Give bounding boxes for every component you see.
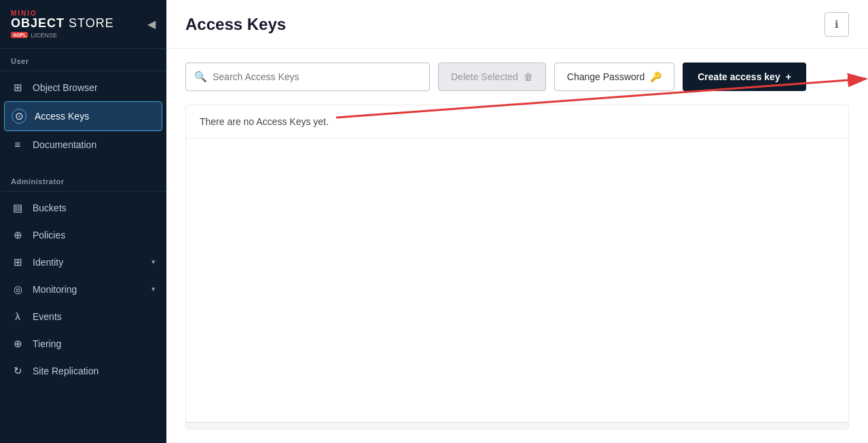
content-area: There are no Access Keys yet. <box>185 105 849 429</box>
search-box: 🔍 <box>185 63 430 91</box>
search-input[interactable] <box>213 71 421 82</box>
sidebar-item-label: Events <box>33 311 62 322</box>
collapse-button[interactable]: ◀ <box>147 18 156 31</box>
product-label: OBJECT STORE <box>11 17 114 31</box>
replication-icon: ↻ <box>11 364 24 378</box>
sidebar-item-label: Site Replication <box>33 366 98 376</box>
buckets-icon: ▤ <box>11 201 24 215</box>
logo-area: MINIO OBJECT STORE AGPL LICENSE ◀ <box>0 0 166 49</box>
delete-label: Delete Selected <box>451 71 518 82</box>
create-access-key-button[interactable]: Create access key + <box>683 63 806 91</box>
license-label: AGPL LICENSE <box>11 32 114 39</box>
sidebar: MINIO OBJECT STORE AGPL LICENSE ◀ User ⊞… <box>0 0 166 443</box>
sidebar-item-label: Object Browser <box>33 82 98 93</box>
doc-icon: ≡ <box>11 138 24 152</box>
key-icon: ⊙ <box>12 109 26 124</box>
sidebar-item-access-keys[interactable]: ⊙ Access Keys <box>4 101 162 131</box>
change-password-label: Change Password <box>567 71 645 82</box>
empty-state-message: There are no Access Keys yet. <box>186 105 848 139</box>
sidebar-item-identity[interactable]: ⊞ Identity ▾ <box>0 249 166 276</box>
grid-icon: ⊞ <box>11 81 24 94</box>
tiering-icon: ⊕ <box>11 337 24 351</box>
sidebar-item-label: Documentation <box>33 139 96 150</box>
trash-icon: 🗑 <box>524 71 533 82</box>
sidebar-section-user: User <box>0 49 166 68</box>
sidebar-item-label: Access Keys <box>35 111 89 122</box>
sidebar-item-tiering[interactable]: ⊕ Tiering <box>0 330 166 357</box>
sidebar-item-buckets[interactable]: ▤ Buckets <box>0 194 166 222</box>
sidebar-item-documentation[interactable]: ≡ Documentation <box>0 131 166 158</box>
main-panel: Access Keys ℹ 🔍 Delete Selected 🗑 Change… <box>166 0 868 443</box>
page-title: Access Keys <box>185 15 286 34</box>
sidebar-item-label: Tiering <box>33 338 61 349</box>
logo: MINIO OBJECT STORE AGPL LICENSE <box>11 10 114 39</box>
sidebar-item-object-browser[interactable]: ⊞ Object Browser <box>0 74 166 101</box>
sidebar-item-policies[interactable]: ⊕ Policies <box>0 222 166 249</box>
search-icon: 🔍 <box>194 71 207 83</box>
key-icon: 🔑 <box>650 71 662 82</box>
scrollbar[interactable] <box>186 422 848 429</box>
license-badge: AGPL <box>11 32 28 38</box>
events-icon: λ <box>11 310 24 323</box>
policies-icon: ⊕ <box>11 228 24 242</box>
plus-icon: + <box>786 71 791 82</box>
sidebar-item-label: Identity <box>33 257 63 268</box>
license-suffix: LICENSE <box>31 32 57 39</box>
delete-selected-button[interactable]: Delete Selected 🗑 <box>438 63 546 91</box>
sidebar-item-monitoring[interactable]: ◎ Monitoring ▾ <box>0 276 166 303</box>
change-password-button[interactable]: Change Password 🔑 <box>554 63 674 91</box>
main-header: Access Keys ℹ <box>166 0 868 49</box>
identity-icon: ⊞ <box>11 255 24 269</box>
sidebar-section-admin: Administrator <box>0 169 166 188</box>
info-button[interactable]: ℹ <box>825 12 849 37</box>
sidebar-item-events[interactable]: λ Events <box>0 303 166 330</box>
main-wrapper: Access Keys ℹ 🔍 Delete Selected 🗑 Change… <box>166 0 868 443</box>
sidebar-item-site-replication[interactable]: ↻ Site Replication <box>0 357 166 385</box>
sidebar-item-label: Policies <box>33 230 65 241</box>
monitoring-icon: ◎ <box>11 283 24 296</box>
create-label: Create access key <box>698 71 780 82</box>
chevron-down-icon: ▾ <box>151 285 156 294</box>
sidebar-item-label: Monitoring <box>33 284 77 295</box>
sidebar-item-label: Buckets <box>33 202 67 213</box>
toolbar: 🔍 Delete Selected 🗑 Change Password 🔑 Cr… <box>166 49 868 105</box>
chevron-down-icon: ▾ <box>151 258 156 266</box>
